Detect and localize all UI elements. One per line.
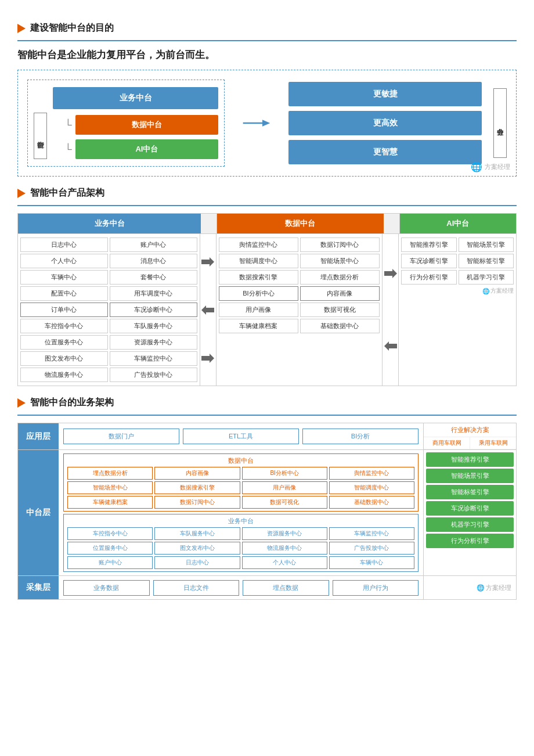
d2-cell: 订单中心 bbox=[20, 303, 108, 317]
d3-label-cj: 采集层 bbox=[18, 576, 59, 599]
d3-inner-cell: 数据搜索引擎 bbox=[154, 481, 240, 494]
diagram2-container: 业务中台 数据中台 AI中台 日志中心 账户中心 个人中心 消息中心 车辆中心 … bbox=[17, 213, 517, 386]
d2-cell: 数据搜索引擎 bbox=[219, 270, 298, 285]
d3-yw-cell: 日志中心 bbox=[154, 556, 240, 569]
d3-right-panel-yy: 行业解决方案 商用车联网 乘用车联网 bbox=[423, 423, 516, 449]
diagram1-container: 智能中台 业务中台 └ 数据中台 └ AI中台 bbox=[17, 70, 517, 177]
d3-row-cj: 采集层 业务数据 日志文件 埋点数据 用户行为 🌐方案经理 bbox=[18, 576, 516, 599]
d3-ai-cell-6: 行为分析引擎 bbox=[426, 534, 514, 548]
svg-marker-6 bbox=[384, 341, 397, 351]
d2-cell: 资源服务中心 bbox=[110, 335, 197, 350]
d2-cell: 智能调度中心 bbox=[219, 254, 298, 268]
d2-cell: 车辆中心 bbox=[20, 270, 108, 285]
d3-inner-cell: 舆情监控中心 bbox=[329, 467, 414, 480]
d3-row-zt: 中台层 数据中台 埋点数据分析 内容画像 BI分析中心 舆情监控中心 智能场景中… bbox=[18, 450, 516, 576]
section3-title: 智能中台的业务架构 bbox=[30, 397, 114, 409]
sub-platforms: └ 数据中台 └ AI中台 bbox=[64, 115, 218, 159]
d2-arrow-col-2 bbox=[383, 234, 399, 386]
d3-cell-ywsj: 业务数据 bbox=[63, 580, 150, 596]
data-zt-box: 数据中台 bbox=[75, 115, 218, 135]
section1-title: 建设智能中台的目的 bbox=[30, 22, 114, 34]
d2-cell: BI分析中心 bbox=[219, 286, 298, 301]
d2-cell: 用户画像 bbox=[219, 303, 298, 317]
d3-inner-cell: 车辆健康档案 bbox=[67, 496, 153, 509]
d3-yw-cell: 图文发布中心 bbox=[154, 542, 240, 555]
d2-cell: 日志中心 bbox=[20, 237, 108, 252]
d2-cell: 数据可视化 bbox=[300, 303, 380, 317]
result-box-3: 更智慧 bbox=[288, 140, 482, 164]
d3-inner-cell: BI分析中心 bbox=[242, 467, 327, 480]
diagram2-header-row: 业务中台 数据中台 AI中台 bbox=[18, 214, 516, 234]
d3-inner-cell: 埋点数据分析 bbox=[67, 467, 153, 480]
svg-marker-3 bbox=[201, 305, 214, 315]
d2-cell: 广告投放中心 bbox=[110, 368, 197, 382]
d2-cell: 车控指令中心 bbox=[20, 319, 108, 333]
platform-stack: 业务中台 └ 数据中台 └ AI中台 bbox=[53, 87, 218, 159]
svg-marker-2 bbox=[201, 257, 214, 267]
section3-triangle-icon bbox=[17, 398, 26, 408]
d2-col-sjzt: 舆情监控中心 数据订阅中心 智能调度中心 智能场景中心 数据搜索引擎 埋点数据分… bbox=[217, 234, 383, 386]
d3-yw-cell: 车辆监控中心 bbox=[329, 527, 414, 540]
d3-yw-zt-section: 业务中台 车控指令中心 车队服务中心 资源服务中心 车辆监控中心 位置服务中心 … bbox=[63, 514, 418, 572]
d2-cell: 用车调度中心 bbox=[110, 286, 197, 301]
section2-triangle-icon bbox=[17, 189, 26, 198]
section1-subtitle: 智能中台是企业能力复用平台，为前台而生。 bbox=[17, 48, 517, 62]
section3-divider bbox=[17, 415, 517, 416]
d2-cell: 账户中心 bbox=[110, 237, 197, 252]
d2-cell: 行为分析引擎 bbox=[401, 270, 457, 285]
d2-cell: 图文发布中心 bbox=[20, 351, 108, 366]
d2-sjzt-grid: 舆情监控中心 数据订阅中心 智能调度中心 智能场景中心 数据搜索引擎 埋点数据分… bbox=[219, 237, 380, 333]
d3-content-cj: 业务数据 日志文件 埋点数据 用户行为 bbox=[59, 576, 423, 599]
d3-cell-mdsj: 埋点数据 bbox=[243, 580, 329, 596]
d3-label-yy: 应用层 bbox=[18, 423, 59, 449]
d3-label-zt: 中台层 bbox=[18, 450, 59, 575]
watermark-1: 🌐 方案经理 bbox=[471, 161, 510, 172]
d2-cell: 套餐中心 bbox=[110, 270, 197, 285]
d3-cell-bi: BI分析 bbox=[302, 429, 418, 444]
d2-cell: 智能场景中心 bbox=[300, 254, 380, 268]
main-arrow-icon bbox=[242, 114, 271, 132]
d3-data-zt-section: 数据中台 埋点数据分析 内容画像 BI分析中心 舆情监控中心 智能场景中心 数据… bbox=[63, 453, 418, 512]
d2-cell: 内容画像 bbox=[300, 286, 380, 301]
d2-cell: 智能场景引擎 bbox=[459, 237, 514, 252]
ywzt-box: 业务中台 bbox=[53, 87, 218, 109]
d2-header-aizt: AI中台 bbox=[400, 214, 517, 233]
d3-right-sub1: 商用车联网 bbox=[424, 437, 470, 449]
d2-cell: 车况诊断引擎 bbox=[401, 254, 457, 268]
d3-inner-cell: 基础数据中心 bbox=[329, 496, 414, 509]
d2-aizt-grid: 智能推荐引擎 智能场景引擎 车况诊断引擎 智能标签引擎 行为分析引擎 机器学习引… bbox=[401, 237, 514, 285]
d2-header-sjzt: 数据中台 bbox=[217, 214, 383, 233]
d2-cell: 车况诊断中心 bbox=[110, 303, 197, 317]
d2-cell: 物流服务中心 bbox=[20, 368, 108, 382]
section3-header: 智能中台的业务架构 bbox=[17, 397, 517, 409]
section1-triangle-icon bbox=[17, 24, 26, 33]
diagram2-body: 日志中心 账户中心 个人中心 消息中心 车辆中心 套餐中心 配置中心 用车调度中… bbox=[18, 234, 516, 386]
d3-right-subheaders: 商用车联网 乘用车联网 bbox=[424, 437, 516, 449]
section2-title: 智能中台产品架构 bbox=[30, 187, 104, 199]
section2-header: 智能中台产品架构 bbox=[17, 187, 517, 199]
d2-cell: 智能标签引擎 bbox=[459, 254, 514, 268]
d2-cell: 智能推荐引擎 bbox=[401, 237, 457, 252]
d3-yw-cell: 广告投放中心 bbox=[329, 542, 414, 555]
d2-col-ywzt: 日志中心 账户中心 个人中心 消息中心 车辆中心 套餐中心 配置中心 用车调度中… bbox=[18, 234, 200, 386]
result-box-1: 更敏捷 bbox=[288, 82, 482, 106]
left-platform-box: 智能中台 业务中台 └ 数据中台 └ AI中台 bbox=[27, 80, 225, 167]
svg-marker-1 bbox=[262, 120, 270, 127]
d3-yw-zt-grid: 车控指令中心 车队服务中心 资源服务中心 车辆监控中心 位置服务中心 图文发布中… bbox=[67, 527, 414, 569]
d3-cell-sjmh: 数据门户 bbox=[63, 429, 179, 444]
d3-yw-cell: 物流服务中心 bbox=[242, 542, 327, 555]
section1-diagram: 智能中台 业务中台 └ 数据中台 └ AI中台 bbox=[17, 70, 517, 177]
d3-inner-cell: 智能场景中心 bbox=[67, 481, 153, 494]
watermark-3: 🌐方案经理 bbox=[477, 584, 511, 592]
d3-yw-cell: 车队服务中心 bbox=[154, 527, 240, 540]
d3-inner-cell: 智能调度中心 bbox=[329, 481, 414, 494]
d2-cell: 舆情监控中心 bbox=[219, 237, 298, 252]
d2-cell: 车辆监控中心 bbox=[110, 351, 197, 366]
d3-data-zt-label: 数据中台 bbox=[67, 456, 414, 465]
d3-yw-cell: 资源服务中心 bbox=[242, 527, 327, 540]
d2-cell: 车辆健康档案 bbox=[219, 319, 298, 333]
d3-inner-cell: 内容画像 bbox=[154, 467, 240, 480]
d3-yw-cell: 车辆中心 bbox=[329, 556, 414, 569]
section2-divider bbox=[17, 205, 517, 206]
d3-content-yy: 数据门户 ETL工具 BI分析 bbox=[59, 423, 423, 449]
